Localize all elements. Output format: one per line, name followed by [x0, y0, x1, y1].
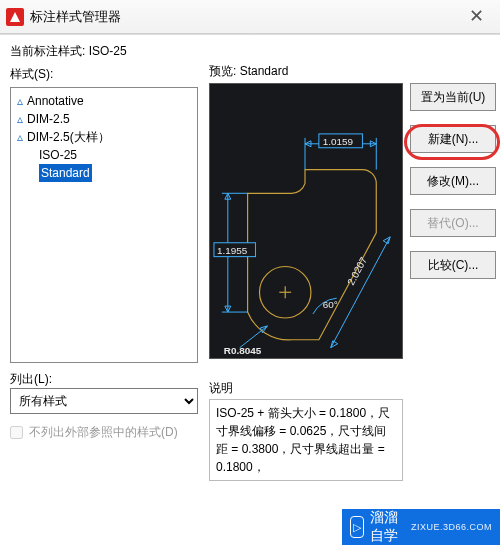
window-title: 标注样式管理器 — [30, 8, 456, 26]
watermark-brand: 溜溜自学 — [370, 509, 405, 545]
styles-label: 样式(S): — [10, 66, 198, 83]
watermark: ▷ 溜溜自学 ZIXUE.3D66.COM — [342, 509, 500, 545]
app-icon — [6, 8, 24, 26]
override-button[interactable]: 替代(O)... — [410, 209, 496, 237]
list-combo[interactable]: 所有样式 — [10, 388, 198, 414]
description-box: ISO-25 + 箭头大小 = 0.1800，尺寸界线偏移 = 0.0625，尺… — [209, 399, 403, 481]
list-label: 列出(L): — [10, 371, 198, 388]
preview-pane: 1.0159 1.1955 2.0207 60° R0.8045 — [209, 83, 403, 359]
dim-radius: R0.8045 — [224, 345, 262, 356]
watermark-sub: ZIXUE.3D66.COM — [411, 522, 492, 532]
style-item-annotative[interactable]: ▵Annotative — [17, 92, 191, 110]
external-refs-label: 不列出外部参照中的样式(D) — [29, 424, 178, 441]
play-icon: ▷ — [350, 516, 364, 538]
current-style-label: 当前标注样式: ISO-25 — [10, 43, 496, 60]
svg-line-12 — [331, 237, 390, 348]
modify-button[interactable]: 修改(M)... — [410, 167, 496, 195]
external-refs-checkbox — [10, 426, 23, 439]
preview-label: 预览: Standard — [209, 63, 288, 80]
style-item-standard[interactable]: Standard — [17, 164, 191, 182]
close-button[interactable]: ✕ — [456, 2, 496, 32]
style-item-dim25-detail[interactable]: ▵DIM-2.5(大样） — [17, 128, 191, 146]
new-button[interactable]: 新建(N)... — [410, 125, 496, 153]
style-item-dim25[interactable]: ▵DIM-2.5 — [17, 110, 191, 128]
dim-top: 1.0159 — [323, 136, 354, 147]
annotative-icon: ▵ — [17, 130, 23, 144]
set-current-button[interactable]: 置为当前(U) — [410, 83, 496, 111]
description-label: 说明 — [209, 380, 495, 397]
annotative-icon: ▵ — [17, 112, 23, 126]
dim-angle: 60° — [323, 299, 338, 310]
compare-button[interactable]: 比较(C)... — [410, 251, 496, 279]
description-text: ISO-25 + 箭头大小 = 0.1800，尺寸界线偏移 = 0.0625，尺… — [216, 406, 390, 474]
dim-left: 1.1955 — [217, 245, 248, 256]
style-item-iso25[interactable]: ISO-25 — [17, 146, 191, 164]
annotative-icon: ▵ — [17, 94, 23, 108]
external-refs-checkbox-row: 不列出外部参照中的样式(D) — [10, 424, 198, 441]
style-list[interactable]: ▵Annotative ▵DIM-2.5 ▵DIM-2.5(大样） ISO-25… — [10, 87, 198, 363]
